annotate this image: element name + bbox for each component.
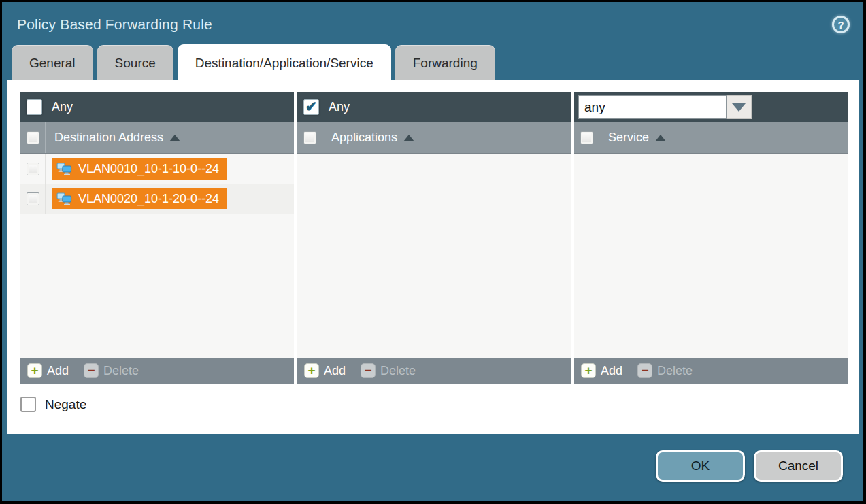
- dialog-footer: OK Cancel: [2, 434, 863, 501]
- applications-panel-footer: + Add − Delete: [297, 358, 571, 384]
- destination-column-header: Destination Address: [20, 122, 294, 154]
- service-dropdown-input[interactable]: [578, 95, 727, 119]
- tab-general[interactable]: General: [12, 45, 93, 80]
- destination-address-list: VLAN0010_10-1-10-0--24: [20, 154, 294, 358]
- row-checkbox[interactable]: [27, 192, 39, 205]
- applications-column-header: Applications: [297, 122, 571, 154]
- negate-label: Negate: [45, 397, 86, 412]
- cancel-button[interactable]: Cancel: [754, 450, 843, 482]
- delete-minus-icon: −: [637, 363, 652, 378]
- applications-any-label: Any: [329, 100, 350, 114]
- destination-any-checkbox[interactable]: [27, 99, 42, 115]
- destination-any-bar: Any: [20, 92, 294, 122]
- dialog-title: Policy Based Forwarding Rule: [17, 16, 832, 33]
- add-plus-icon: +: [304, 363, 319, 378]
- service-panel-footer: + Add − Delete: [574, 358, 848, 384]
- delete-minus-icon: −: [361, 363, 376, 378]
- ok-button[interactable]: OK: [656, 450, 745, 482]
- service-panel: Service + Add − Delete: [574, 92, 848, 384]
- row-checkbox[interactable]: [27, 163, 39, 175]
- add-button[interactable]: + Add: [27, 363, 69, 378]
- add-plus-icon: +: [27, 363, 42, 378]
- service-dropdown-bar: [574, 92, 848, 122]
- negate-row: Negate: [20, 397, 859, 412]
- tab-bar: General Source Destination/Application/S…: [2, 44, 863, 80]
- service-dropdown-button[interactable]: [727, 95, 752, 119]
- tab-destination-application-service[interactable]: Destination/Application/Service: [178, 44, 391, 80]
- applications-any-checkbox[interactable]: ✔: [303, 99, 319, 115]
- service-column-header: Service: [574, 122, 848, 154]
- sort-ascending-icon: [403, 135, 414, 141]
- service-column-label[interactable]: Service: [599, 131, 666, 145]
- applications-any-bar: ✔ Any: [297, 92, 571, 122]
- applications-column-label[interactable]: Applications: [322, 131, 414, 145]
- sort-ascending-icon: [169, 135, 180, 141]
- destination-address-entry[interactable]: VLAN0020_10-1-20-0--24: [52, 188, 227, 209]
- chevron-down-icon: [732, 103, 746, 112]
- tab-source[interactable]: Source: [97, 45, 173, 80]
- applications-list: [297, 154, 571, 358]
- applications-select-all-checkbox[interactable]: [303, 131, 316, 144]
- table-row[interactable]: VLAN0020_10-1-20-0--24: [20, 184, 294, 214]
- delete-button[interactable]: − Delete: [361, 363, 416, 378]
- delete-minus-icon: −: [84, 363, 99, 378]
- table-row[interactable]: VLAN0010_10-1-10-0--24: [20, 154, 294, 184]
- destination-column-label[interactable]: Destination Address: [46, 131, 180, 145]
- destination-address-panel: Any Destination Address: [20, 92, 294, 384]
- tab-forwarding[interactable]: Forwarding: [395, 45, 495, 80]
- add-button[interactable]: + Add: [581, 363, 622, 378]
- delete-button[interactable]: − Delete: [637, 363, 693, 378]
- service-dropdown: [578, 95, 752, 119]
- destination-address-entry[interactable]: VLAN0010_10-1-10-0--24: [52, 158, 227, 180]
- add-button[interactable]: + Add: [304, 363, 346, 378]
- help-icon[interactable]: ?: [832, 16, 850, 33]
- sort-ascending-icon: [655, 135, 666, 141]
- service-select-all-checkbox[interactable]: [580, 131, 593, 144]
- policy-based-forwarding-rule-dialog: Policy Based Forwarding Rule ? General S…: [2, 2, 863, 501]
- network-address-icon: [56, 163, 73, 175]
- tab-content: Any Destination Address: [7, 80, 859, 434]
- destination-select-all-checkbox[interactable]: [27, 131, 39, 144]
- negate-checkbox[interactable]: [20, 397, 36, 412]
- dialog-titlebar: Policy Based Forwarding Rule ?: [2, 2, 863, 44]
- network-address-icon: [56, 192, 73, 205]
- delete-button[interactable]: − Delete: [84, 363, 139, 378]
- destination-panel-footer: + Add − Delete: [20, 358, 294, 384]
- service-list: [574, 154, 848, 358]
- applications-panel: ✔ Any Applications + Add: [297, 92, 571, 384]
- add-plus-icon: +: [581, 363, 596, 378]
- destination-any-label: Any: [52, 100, 73, 114]
